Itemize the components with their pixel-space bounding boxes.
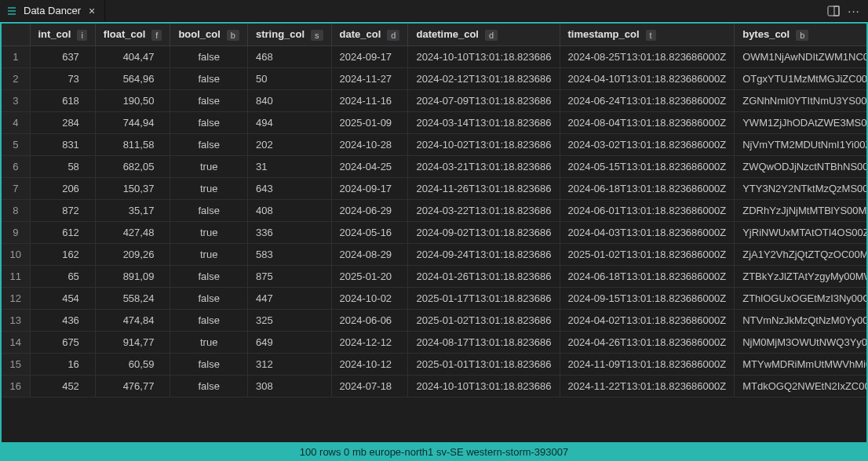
cell[interactable]: 2024-05-15T13:01:18.823686000Z [560, 155, 735, 177]
cell[interactable]: 336 [247, 221, 331, 243]
column-header-bytes_col[interactable]: bytes_colb [735, 24, 866, 45]
cell[interactable]: 2024-08-29 [331, 243, 408, 265]
cell[interactable]: 682,05 [95, 155, 170, 177]
cell[interactable]: 2025-01-02T13:01:18.823686 [408, 309, 560, 331]
tab-close-button[interactable]: × [87, 5, 97, 17]
cell[interactable]: 2024-03-22T13:01:18.823686 [408, 199, 560, 221]
table-row[interactable]: 14675914,77true6492024-12-122024-08-17T1… [2, 331, 866, 353]
cell[interactable]: 2024-07-18 [331, 375, 408, 397]
cell[interactable]: 2024-08-25T13:01:18.823686000Z [560, 45, 735, 67]
table-row[interactable]: 5831811,58false2022024-10-282024-10-02T1… [2, 133, 866, 155]
cell[interactable]: 618 [30, 89, 95, 111]
cell[interactable]: 2024-04-26T13:01:18.823686000Z [560, 331, 735, 353]
cell[interactable]: 2024-03-21T13:01:18.823686 [408, 155, 560, 177]
cell[interactable]: 2024-04-02T13:01:18.823686000Z [560, 309, 735, 331]
cell[interactable]: 436 [30, 309, 95, 331]
cell[interactable]: false [170, 353, 248, 375]
cell[interactable]: 2024-10-02T13:01:18.823686 [408, 133, 560, 155]
cell[interactable]: 2024-06-18T13:01:18.823686000Z [560, 177, 735, 199]
cell[interactable]: 2024-09-24T13:01:18.823686 [408, 243, 560, 265]
cell[interactable]: 35,17 [95, 199, 170, 221]
cell[interactable]: NjM0MjM3OWUtNWQ3Yy00Zm [735, 331, 866, 353]
cell[interactable]: 308 [247, 375, 331, 397]
cell[interactable]: 2024-10-10T13:01:18.823686 [408, 45, 560, 67]
cell[interactable]: 2024-06-24T13:01:18.823686000Z [560, 89, 735, 111]
cell[interactable]: 162 [30, 243, 95, 265]
cell[interactable]: 408 [247, 199, 331, 221]
cell[interactable]: 494 [247, 111, 331, 133]
cell[interactable]: 2024-11-27 [331, 67, 408, 89]
cell[interactable]: 60,59 [95, 353, 170, 375]
cell[interactable]: false [170, 133, 248, 155]
cell[interactable]: false [170, 287, 248, 309]
cell[interactable]: 474,84 [95, 309, 170, 331]
column-header-datetime_col[interactable]: datetime_cold [408, 24, 560, 45]
cell[interactable]: 284 [30, 111, 95, 133]
cell[interactable]: 209,26 [95, 243, 170, 265]
table-row[interactable]: 4284744,94false4942025-01-092024-03-14T1… [2, 111, 866, 133]
cell[interactable]: false [170, 111, 248, 133]
cell[interactable]: 468 [247, 45, 331, 67]
cell[interactable]: 150,37 [95, 177, 170, 199]
cell[interactable]: 564,96 [95, 67, 170, 89]
column-header-date_col[interactable]: date_cold [331, 24, 408, 45]
cell[interactable]: YWM1ZjJhODAtZWE3MS00ZjYy [735, 111, 866, 133]
table-row[interactable]: 16452476,77false3082024-07-182024-10-10T… [2, 375, 866, 397]
cell[interactable]: NjVmYTM2MDUtNmI1Yi00ZWU [735, 133, 866, 155]
cell[interactable]: 16 [30, 353, 95, 375]
cell[interactable]: 31 [247, 155, 331, 177]
column-header-bool_col[interactable]: bool_colb [170, 24, 248, 45]
cell[interactable]: 649 [247, 331, 331, 353]
cell[interactable]: 675 [30, 331, 95, 353]
cell[interactable]: 2025-01-09 [331, 111, 408, 133]
cell[interactable]: 58 [30, 155, 95, 177]
cell[interactable]: 2024-04-10T13:01:18.823686000Z [560, 67, 735, 89]
more-actions-icon[interactable]: ··· [848, 5, 860, 17]
cell[interactable]: true [170, 177, 248, 199]
cell[interactable]: 2024-09-17 [331, 45, 408, 67]
cell[interactable]: false [170, 309, 248, 331]
cell[interactable]: 2024-04-03T13:01:18.823686000Z [560, 221, 735, 243]
cell[interactable]: 2024-09-17 [331, 177, 408, 199]
cell[interactable]: 2024-11-09T13:01:18.823686000Z [560, 353, 735, 375]
cell[interactable]: 50 [247, 67, 331, 89]
cell[interactable]: 2024-11-26T13:01:18.823686 [408, 177, 560, 199]
table-row[interactable]: 13436474,84false3252024-06-062025-01-02T… [2, 309, 866, 331]
cell[interactable]: false [170, 45, 248, 67]
cell[interactable]: false [170, 67, 248, 89]
cell[interactable]: MTdkOGQ2NWEtN2IxZC00ZWF [735, 375, 866, 397]
column-header-string_col[interactable]: string_cols [247, 24, 331, 45]
cell[interactable]: 2024-07-09T13:01:18.823686 [408, 89, 560, 111]
cell[interactable]: 2024-03-14T13:01:18.823686 [408, 111, 560, 133]
table-row[interactable]: 151660,59false3122024-10-122025-01-01T13… [2, 353, 866, 375]
cell[interactable]: 2024-10-10T13:01:18.823686 [408, 375, 560, 397]
cell[interactable]: 65 [30, 265, 95, 287]
cell[interactable]: OWM1NjAwNDItZWM1NC00YT [735, 45, 866, 67]
cell[interactable]: true [170, 331, 248, 353]
cell[interactable]: true [170, 221, 248, 243]
editor-tab[interactable]: Data Dancer × [0, 0, 105, 21]
table-row[interactable]: 887235,17false4082024-06-292024-03-22T13… [2, 199, 866, 221]
cell[interactable]: 2024-02-12T13:01:18.823686 [408, 67, 560, 89]
cell[interactable]: 2024-01-26T13:01:18.823686 [408, 265, 560, 287]
cell[interactable]: false [170, 375, 248, 397]
cell[interactable]: 811,58 [95, 133, 170, 155]
column-header-timestamp_col[interactable]: timestamp_colt [560, 24, 735, 45]
cell[interactable]: ZTBkYzJlZTAtYzgyMy00MWM1L [735, 265, 866, 287]
table-row[interactable]: 7206150,37true6432024-09-172024-11-26T13… [2, 177, 866, 199]
cell[interactable]: 637 [30, 45, 95, 67]
cell[interactable]: 2024-11-16 [331, 89, 408, 111]
cell[interactable]: 2024-08-17T13:01:18.823686 [408, 331, 560, 353]
data-grid-scroll[interactable]: int_colifloat_colfbool_colbstring_colsda… [2, 24, 866, 442]
table-row[interactable]: 9612427,48true3362024-05-162024-09-02T13… [2, 221, 866, 243]
column-header-int_col[interactable]: int_coli [30, 24, 95, 45]
cell[interactable]: OTgxYTU1MzMtMGJiZC00MGU [735, 67, 866, 89]
cell[interactable]: 612 [30, 221, 95, 243]
cell[interactable]: 558,24 [95, 287, 170, 309]
cell[interactable]: ZWQwODJjNzctNTBhNS00NTJjL [735, 155, 866, 177]
table-row[interactable]: 1165891,09false8752025-01-202024-01-26T1… [2, 265, 866, 287]
cell[interactable]: 2024-12-12 [331, 331, 408, 353]
cell[interactable]: 2024-11-22T13:01:18.823686000Z [560, 375, 735, 397]
cell[interactable]: 452 [30, 375, 95, 397]
cell[interactable]: 73 [30, 67, 95, 89]
